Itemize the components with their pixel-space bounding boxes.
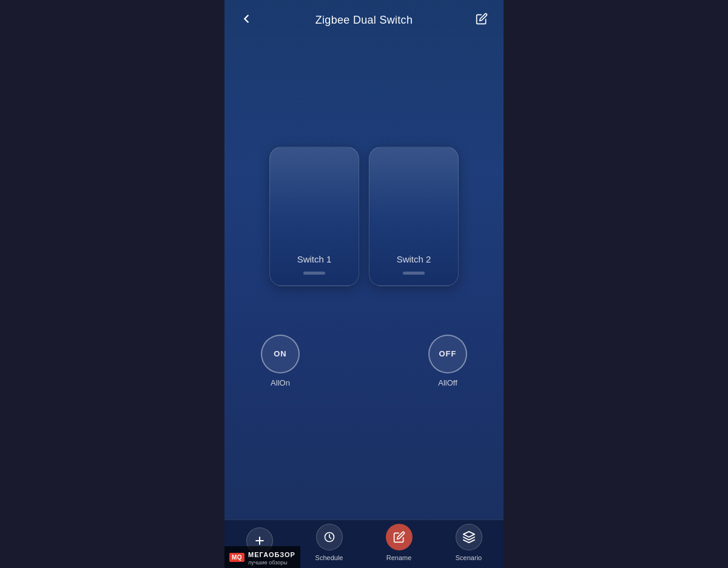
switch-2-label: Switch 2 [397,254,431,264]
toolbar-rename-label: Rename [386,554,412,561]
watermark: MQ МЕГАОБЗОР лучшие обзоры [224,546,300,568]
main-content: Switch 1 Switch 2 ON AllOn OFF AllOff [224,38,504,520]
rename-icon [386,524,413,550]
all-off-button[interactable]: OFF [428,335,467,373]
back-button[interactable] [237,12,256,28]
switch-1-card[interactable]: Switch 1 [269,147,359,286]
switch-2-card[interactable]: Switch 2 [369,147,459,286]
all-off-label: OFF [439,349,457,358]
all-on-button[interactable]: ON [261,335,300,373]
page-title: Zigbee Dual Switch [315,14,413,27]
header: Zigbee Dual Switch [224,0,504,38]
all-off-group[interactable]: OFF AllOff [428,335,467,387]
switch-1-indicator [303,272,325,275]
watermark-text-group: МЕГАОБЗОР лучшие обзоры [248,549,295,566]
phone-screen: Zigbee Dual Switch Switch 1 Switch 2 [224,0,504,568]
svg-marker-3 [463,531,474,536]
schedule-icon [316,524,343,550]
watermark-subtitle: лучшие обзоры [248,560,295,566]
all-off-text: AllOff [438,378,457,387]
all-on-text: AllOn [271,378,290,387]
switch-1-label: Switch 1 [297,254,332,264]
toolbar-schedule-label: Schedule [315,554,343,561]
scenario-icon [456,524,482,550]
all-buttons-row: ON AllOn OFF AllOff [237,335,491,387]
toolbar-scenario-label: Scenario [456,554,482,561]
switches-row: Switch 1 Switch 2 [269,147,459,286]
edit-button[interactable] [472,13,491,28]
toolbar-scenario[interactable]: Scenario [434,524,504,561]
watermark-logo: MQ [229,553,244,562]
toolbar-schedule[interactable]: Schedule [294,524,364,561]
all-on-group[interactable]: ON AllOn [261,335,300,387]
toolbar-rename[interactable]: Rename [364,524,434,561]
watermark-title: МЕГАОБЗОР [248,551,295,558]
switch-2-indicator [403,272,425,275]
all-on-label: ON [274,349,287,358]
